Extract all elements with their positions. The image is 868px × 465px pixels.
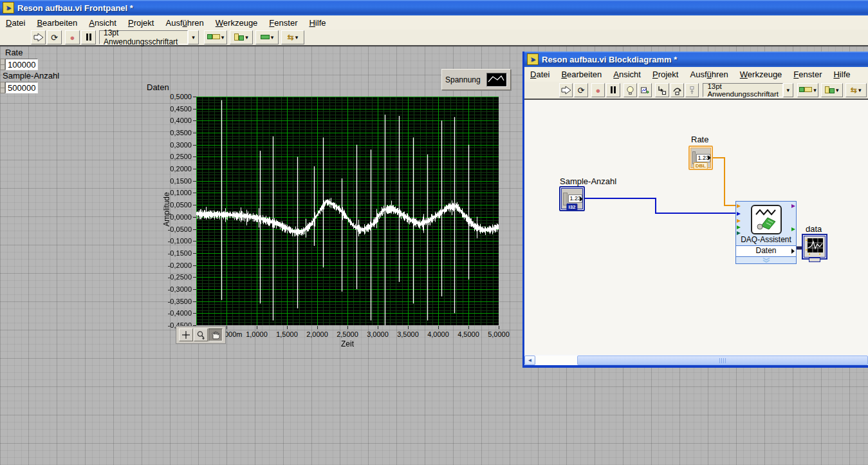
highlight-execution-button[interactable] — [623, 83, 637, 97]
expand-chevron-icon[interactable] — [736, 257, 796, 263]
hand-icon — [211, 330, 220, 339]
block-diagram-title: Reson aufbau.vi Blockdiagramm * — [542, 55, 677, 64]
menu-fenster[interactable]: Fenster — [263, 17, 303, 29]
distribute-objects-dropdown[interactable]: ▾ — [230, 30, 253, 44]
front-panel-toolbar: ⟳ ● 13pt Anwendungsschriftart ▾ ▾ ▾ ▾ ⇆ … — [0, 30, 868, 46]
block-diagram-titlebar[interactable]: ➤ Reson aufbau.vi Blockdiagramm * — [524, 52, 868, 67]
align-objects-icon — [799, 87, 812, 93]
daq-output-daten[interactable]: Daten — [736, 245, 796, 257]
rate-input[interactable]: 100000 — [5, 59, 38, 70]
samples-input[interactable]: 500000 — [5, 82, 38, 93]
menu-fenster[interactable]: Fenster — [788, 68, 827, 81]
step-out-icon — [687, 86, 697, 95]
legend-plot-sample-icon[interactable] — [486, 73, 507, 87]
step-out-button[interactable] — [685, 83, 699, 97]
y-tick-label: 0,0500 — [154, 201, 192, 209]
samples-terminal[interactable]: 1.23 I32 — [559, 186, 585, 211]
daq-assistant-node[interactable]: DAQ-Assistent Daten — [735, 201, 797, 264]
waveform-chart-plot-area[interactable] — [196, 97, 499, 325]
reorder-icon: ⇆ — [288, 33, 294, 42]
y-tick-label: -0,1500 — [154, 249, 192, 257]
retain-wire-values-button[interactable] — [638, 83, 652, 97]
menu-werkzeuge[interactable]: Werkzeuge — [734, 68, 788, 81]
y-tick-mark — [193, 133, 196, 133]
menu-ansicht[interactable]: Ansicht — [607, 68, 647, 81]
pause-button[interactable] — [81, 30, 96, 44]
stop-button[interactable]: ● — [65, 30, 80, 44]
rate-spinner[interactable] — [0, 59, 5, 70]
menu-bearbeiten[interactable]: Bearbeiten — [31, 17, 83, 29]
y-tick-mark — [193, 169, 196, 169]
menu-datei[interactable]: Datei — [524, 68, 555, 81]
run-button[interactable] — [31, 30, 46, 44]
input-pin-icon — [737, 212, 741, 216]
step-over-button[interactable] — [670, 83, 684, 97]
resize-objects-dropdown[interactable]: ▾ — [255, 30, 279, 44]
y-tick-mark — [193, 277, 196, 278]
rate-control-label: Rate — [5, 48, 23, 57]
legend-entry-label: Spannung — [445, 75, 481, 84]
run-continuous-button[interactable]: ⟳ — [574, 83, 587, 97]
horizontal-scrollbar[interactable]: ◄ — [524, 355, 868, 365]
input-pin-icon — [737, 219, 741, 223]
y-tick-label: 0,4000 — [154, 117, 192, 124]
reorder-dropdown[interactable]: ⇆ ▾ — [281, 30, 304, 44]
font-selector[interactable]: 13pt Anwendungsschriftart — [99, 30, 188, 44]
font-selector[interactable]: 13pt Anwendungsschriftart — [703, 83, 783, 97]
distribute-objects-icon — [825, 86, 835, 95]
cursor-tool-button[interactable] — [179, 328, 193, 341]
y-tick-mark — [193, 97, 196, 97]
step-into-button[interactable] — [655, 83, 669, 97]
menu-hilfe[interactable]: Hilfe — [827, 68, 856, 81]
scrollbar-grip-icon — [719, 358, 726, 363]
scrollbar-track[interactable] — [535, 356, 577, 365]
menu-projekt[interactable]: Projekt — [122, 17, 160, 29]
menu-hilfe[interactable]: Hilfe — [303, 17, 331, 29]
pause-button[interactable] — [606, 83, 620, 97]
input-pin-icon — [737, 204, 741, 208]
x-tick-label: 5,0000 — [476, 330, 521, 338]
menu-bearbeiten[interactable]: Bearbeiten — [555, 68, 607, 81]
font-selector-arrow[interactable]: ▾ — [783, 83, 793, 97]
output-arrow-icon — [791, 249, 795, 254]
data-indicator-terminal[interactable] — [802, 234, 827, 260]
chevron-down-icon: ▾ — [192, 34, 195, 41]
run-continuous-button[interactable]: ⟳ — [47, 30, 62, 44]
reorder-dropdown[interactable]: ⇆ ▾ — [845, 83, 867, 97]
font-selector-value: 13pt Anwendungsschriftart — [707, 82, 779, 98]
pause-icon — [610, 86, 616, 95]
menu-werkzeuge[interactable]: Werkzeuge — [210, 17, 264, 29]
align-objects-icon — [207, 34, 220, 41]
zoom-tool-button[interactable] — [194, 328, 208, 341]
align-objects-dropdown[interactable]: ▾ — [797, 83, 818, 97]
waveform-graph-icon — [804, 236, 826, 258]
y-tick-mark — [193, 253, 196, 254]
chevron-down-icon: ▾ — [787, 87, 790, 93]
y-tick-label: 0,1500 — [154, 177, 192, 185]
input-pin-icon — [737, 231, 741, 235]
block-diagram-canvas[interactable]: Rate 1.23 DBL Sample-Anzahl 1.23 I32 — [524, 100, 868, 355]
x-tick-mark — [287, 326, 288, 329]
rate-terminal[interactable]: 1.23 DBL — [688, 146, 713, 170]
y-tick-mark — [193, 265, 196, 266]
y-axis-label: Amplitude — [162, 192, 171, 226]
menu-ansicht[interactable]: Ansicht — [83, 17, 122, 29]
stop-button[interactable]: ● — [591, 83, 605, 97]
align-objects-dropdown[interactable]: ▾ — [204, 30, 227, 44]
run-button[interactable] — [559, 83, 573, 97]
scroll-left-button[interactable]: ◄ — [524, 356, 535, 365]
menu-datei[interactable]: Datei — [0, 17, 31, 29]
menu-projekt[interactable]: Projekt — [647, 68, 685, 81]
distribute-objects-dropdown[interactable]: ▾ — [821, 83, 842, 97]
menu-ausführen[interactable]: Ausführen — [684, 68, 734, 81]
y-tick-mark — [193, 145, 196, 146]
menu-ausführen[interactable]: Ausführen — [160, 17, 209, 29]
chart-title: Daten — [147, 82, 169, 92]
font-selector-arrow[interactable]: ▾ — [188, 30, 199, 44]
y-tick-mark — [193, 301, 196, 302]
pan-tool-button[interactable] — [208, 328, 223, 341]
chart-legend[interactable]: Spannung — [441, 69, 511, 90]
samples-spinner[interactable] — [0, 82, 5, 93]
scrollbar-thumb[interactable] — [577, 356, 868, 365]
front-panel-titlebar[interactable]: ➤ Reson aufbau.vi Frontpanel * — [0, 0, 868, 15]
